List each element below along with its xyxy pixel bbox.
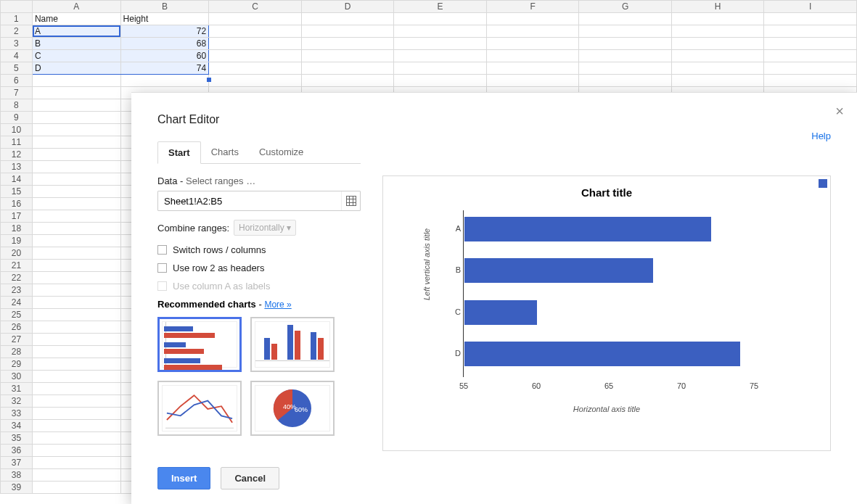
cell[interactable] xyxy=(671,25,764,38)
cell[interactable] xyxy=(209,75,302,87)
cell[interactable]: Name xyxy=(32,13,120,25)
fill-handle[interactable] xyxy=(207,78,211,82)
close-icon[interactable]: × xyxy=(835,103,844,120)
checkbox-icon[interactable] xyxy=(157,245,167,255)
cell[interactable] xyxy=(32,297,120,309)
cell[interactable] xyxy=(394,50,487,62)
cell[interactable] xyxy=(32,457,120,469)
row-header[interactable]: 17 xyxy=(1,210,33,223)
cell[interactable] xyxy=(32,395,120,408)
row-header[interactable]: 1 xyxy=(1,13,33,25)
row-header[interactable]: 19 xyxy=(1,235,33,247)
cell[interactable] xyxy=(32,408,120,420)
cell[interactable] xyxy=(486,50,579,62)
cell[interactable] xyxy=(32,260,120,272)
cell[interactable] xyxy=(579,13,672,25)
cell[interactable] xyxy=(209,50,302,62)
cell[interactable]: D xyxy=(32,62,120,75)
row-header[interactable]: 36 xyxy=(1,445,33,457)
cell[interactable] xyxy=(32,99,120,112)
row-header[interactable]: 30 xyxy=(1,371,33,383)
cell[interactable] xyxy=(32,420,120,432)
cell[interactable] xyxy=(32,186,120,198)
cell[interactable] xyxy=(209,13,302,25)
cell[interactable] xyxy=(32,136,120,149)
cell[interactable] xyxy=(301,62,394,75)
cell[interactable] xyxy=(32,87,120,99)
col-header[interactable]: F xyxy=(486,1,579,13)
cell[interactable] xyxy=(32,223,120,235)
row-header[interactable]: 38 xyxy=(1,469,33,482)
cell[interactable] xyxy=(32,75,120,87)
checkbox-icon[interactable] xyxy=(157,263,167,273)
cell[interactable]: Height xyxy=(120,13,209,25)
cell[interactable]: 68 xyxy=(120,38,209,50)
cell[interactable] xyxy=(671,62,764,75)
cell[interactable] xyxy=(120,75,209,87)
row-header[interactable]: 20 xyxy=(1,247,33,260)
cell[interactable] xyxy=(209,62,302,75)
cell[interactable] xyxy=(486,62,579,75)
row-header[interactable]: 22 xyxy=(1,272,33,284)
col-header[interactable]: E xyxy=(394,1,487,13)
row-header[interactable]: 3 xyxy=(1,38,33,50)
row-header[interactable]: 34 xyxy=(1,420,33,432)
cell[interactable] xyxy=(301,38,394,50)
cell[interactable] xyxy=(301,25,394,38)
thumb-pie[interactable]: 40% 60% xyxy=(250,381,335,436)
row-header[interactable]: 7 xyxy=(1,87,33,99)
cell[interactable] xyxy=(764,25,857,38)
cell[interactable] xyxy=(579,50,672,62)
row-header[interactable]: 10 xyxy=(1,124,33,136)
cell[interactable] xyxy=(394,62,487,75)
row-header[interactable]: 14 xyxy=(1,173,33,186)
row-header[interactable]: 6 xyxy=(1,75,33,87)
row-header[interactable]: 16 xyxy=(1,198,33,210)
row-header[interactable]: 33 xyxy=(1,408,33,420)
cancel-button[interactable]: Cancel xyxy=(221,467,279,489)
cell[interactable] xyxy=(32,334,120,346)
col-header[interactable]: I xyxy=(764,1,857,13)
col-header[interactable]: A xyxy=(32,1,120,13)
combine-select[interactable]: Horizontally ▾ xyxy=(234,220,296,236)
cell[interactable] xyxy=(32,149,120,161)
cell[interactable] xyxy=(32,358,120,371)
cell[interactable] xyxy=(301,50,394,62)
row-header[interactable]: 32 xyxy=(1,395,33,408)
row-header[interactable]: 4 xyxy=(1,50,33,62)
cell[interactable] xyxy=(32,309,120,321)
cell[interactable] xyxy=(32,210,120,223)
cell[interactable] xyxy=(32,173,120,186)
row-header[interactable]: 2 xyxy=(1,25,33,38)
cell[interactable] xyxy=(32,272,120,284)
cell[interactable] xyxy=(32,445,120,457)
cell[interactable] xyxy=(32,321,120,334)
cell[interactable] xyxy=(579,25,672,38)
row-header[interactable]: 18 xyxy=(1,223,33,235)
row-header[interactable]: 29 xyxy=(1,358,33,371)
cell[interactable] xyxy=(394,38,487,50)
cell[interactable]: B xyxy=(32,38,120,50)
cell[interactable] xyxy=(301,13,394,25)
row-header[interactable]: 12 xyxy=(1,149,33,161)
cell[interactable] xyxy=(671,38,764,50)
row-header[interactable]: 39 xyxy=(1,482,33,494)
cell[interactable] xyxy=(579,38,672,50)
cell[interactable] xyxy=(32,198,120,210)
col-header[interactable]: D xyxy=(301,1,394,13)
row-header[interactable]: 5 xyxy=(1,62,33,75)
col-header[interactable]: G xyxy=(579,1,672,13)
cell[interactable] xyxy=(764,75,857,87)
row-header[interactable]: 13 xyxy=(1,161,33,173)
use-row2-headers[interactable]: Use row 2 as headers xyxy=(157,263,361,273)
cell[interactable] xyxy=(32,161,120,173)
insert-button[interactable]: Insert xyxy=(157,467,210,489)
cell[interactable]: C xyxy=(32,50,120,62)
tab-charts[interactable]: Charts xyxy=(201,141,249,164)
cell[interactable] xyxy=(486,13,579,25)
cell[interactable] xyxy=(764,13,857,25)
col-header[interactable]: H xyxy=(671,1,764,13)
row-header[interactable]: 25 xyxy=(1,309,33,321)
cell[interactable] xyxy=(486,38,579,50)
cell[interactable] xyxy=(764,38,857,50)
